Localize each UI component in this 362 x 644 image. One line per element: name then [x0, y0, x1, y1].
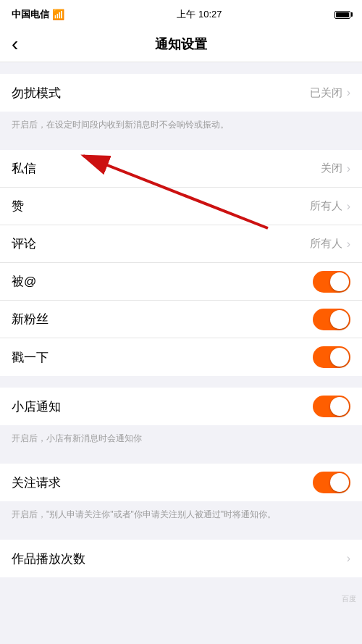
section-gap-top: [0, 62, 362, 74]
dnd-mode-value: 已关闭: [310, 86, 342, 100]
wifi-icon: 📶: [52, 9, 64, 20]
new-fans-toggle-thumb: [330, 310, 349, 329]
shop-notification-toggle-thumb: [330, 397, 349, 416]
follow-request-label: 关注请求: [12, 474, 61, 491]
follow-section: 关注请求: [0, 464, 362, 501]
comment-value-area: 所有人 ›: [310, 237, 350, 251]
section-gap-3: [0, 376, 362, 388]
dnd-mode-label: 勿扰模式: [12, 85, 61, 101]
comment-label: 评论: [12, 235, 36, 252]
chevron-icon: ›: [347, 552, 350, 565]
plays-section: 作品播放次数 ›: [0, 540, 362, 577]
battery-area: [334, 11, 350, 19]
follow-request-toggle-thumb: [330, 473, 349, 492]
private-message-value: 关闭: [321, 162, 342, 175]
comment-row[interactable]: 评论 所有人 ›: [0, 225, 362, 263]
poke-row[interactable]: 戳一下: [0, 338, 362, 376]
like-value: 所有人: [310, 199, 342, 213]
back-button[interactable]: ‹: [12, 33, 18, 56]
comment-value: 所有人: [310, 237, 342, 251]
nav-bar: ‹ 通知设置: [0, 26, 362, 62]
messages-section: 私信 关闭 › 赞 所有人 › 评论 所有人 › 被@: [0, 150, 362, 376]
carrier-info: 中国电信 📶: [12, 8, 64, 21]
shop-section: 小店通知: [0, 388, 362, 425]
section-gap-4: [0, 452, 362, 464]
like-value-area: 所有人 ›: [310, 199, 350, 213]
at-row[interactable]: 被@: [0, 263, 362, 301]
follow-description: 开启后，"别人申请关注你"或者"你申请关注别人被通过"时将通知你。: [12, 509, 276, 519]
chevron-icon: ›: [347, 238, 350, 251]
dnd-mode-row[interactable]: 勿扰模式 已关闭 ›: [0, 74, 362, 112]
dnd-section: 勿扰模式 已关闭 ›: [0, 74, 362, 112]
at-toggle-thumb: [330, 272, 349, 291]
section-gap-5: [0, 528, 362, 540]
shop-description-area: 开启后，小店有新消息时会通知你: [0, 425, 362, 452]
chevron-icon: ›: [347, 200, 350, 213]
dnd-description: 开启后，在设定时间段内收到新消息时不会响铃或振动。: [12, 120, 229, 130]
shop-notification-toggle[interactable]: [313, 396, 350, 417]
new-fans-label: 新粉丝: [12, 311, 49, 327]
follow-description-area: 开启后，"别人申请关注你"或者"你申请关注别人被通过"时将通知你。: [0, 501, 362, 528]
follow-request-toggle[interactable]: [313, 472, 350, 493]
like-row[interactable]: 赞 所有人 ›: [0, 188, 362, 225]
shop-description: 开启后，小店有新消息时会通知你: [12, 433, 142, 443]
at-label: 被@: [12, 273, 36, 290]
time-display: 上午 10:27: [177, 8, 222, 21]
back-chevron-icon: ‹: [12, 33, 18, 56]
follow-request-row[interactable]: 关注请求: [0, 464, 362, 501]
play-count-label: 作品播放次数: [12, 551, 85, 567]
shop-notification-label: 小店通知: [12, 398, 61, 415]
poke-toggle-thumb: [330, 348, 349, 367]
private-message-label: 私信: [12, 160, 36, 177]
play-count-value-area: ›: [347, 552, 350, 565]
battery-icon: [334, 11, 350, 19]
play-count-row[interactable]: 作品播放次数 ›: [0, 540, 362, 577]
private-message-value-area: 关闭 ›: [321, 162, 350, 175]
new-fans-row[interactable]: 新粉丝: [0, 301, 362, 338]
poke-label: 戳一下: [12, 349, 49, 366]
shop-notification-row[interactable]: 小店通知: [0, 388, 362, 425]
section-gap-2: [0, 138, 362, 150]
status-bar: 中国电信 📶 上午 10:27: [0, 0, 362, 26]
battery-fill: [336, 12, 349, 17]
like-label: 赞: [12, 198, 24, 214]
at-toggle[interactable]: [313, 271, 350, 293]
watermark-text: 百度: [342, 594, 356, 604]
watermark: 百度: [342, 594, 356, 604]
carrier-text: 中国电信: [12, 8, 49, 21]
page-title: 通知设置: [155, 35, 207, 53]
dnd-description-area: 开启后，在设定时间段内收到新消息时不会响铃或振动。: [0, 112, 362, 138]
chevron-icon: ›: [347, 86, 350, 99]
dnd-mode-value-area: 已关闭 ›: [310, 86, 350, 100]
private-message-row[interactable]: 私信 关闭 ›: [0, 150, 362, 188]
chevron-icon: ›: [347, 162, 350, 175]
new-fans-toggle[interactable]: [313, 309, 350, 330]
poke-toggle[interactable]: [313, 346, 350, 368]
